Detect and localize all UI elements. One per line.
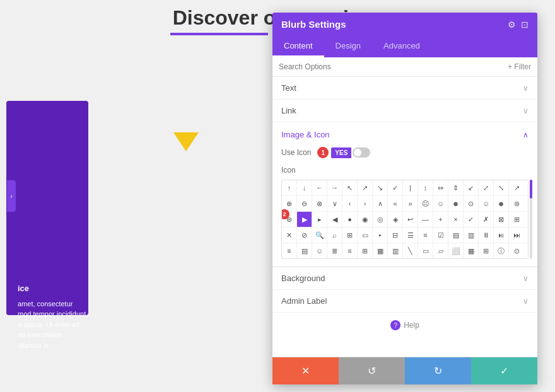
icon-cell[interactable]: ▤ xyxy=(297,243,312,258)
icon-cell[interactable]: ☻ xyxy=(494,196,509,211)
icon-cell[interactable]: ⊞ xyxy=(358,243,373,258)
icon-cell[interactable]: ‹ xyxy=(342,196,358,211)
icon-cell[interactable]: ⇔ xyxy=(433,180,448,195)
icon-cell[interactable]: ▱ xyxy=(433,243,448,258)
icon-cell[interactable]: ⇕ xyxy=(448,180,464,195)
icon-cell[interactable]: ☰ xyxy=(403,228,418,243)
icon-cell[interactable]: ≡ xyxy=(282,243,297,258)
icon-cell[interactable]: ↓ xyxy=(297,180,312,195)
icon-cell[interactable]: ☺ xyxy=(479,196,494,211)
icon-cell[interactable]: ↙ xyxy=(464,180,479,195)
icon-cell[interactable]: ● xyxy=(342,212,358,227)
icon-cell-selected[interactable]: ▶ xyxy=(297,212,312,227)
icon-cell[interactable]: ≡ xyxy=(342,243,358,258)
icon-cell[interactable]: + xyxy=(433,212,448,227)
icon-cell[interactable]: ▦ xyxy=(464,243,479,258)
icon-cell[interactable]: ▭ xyxy=(358,228,373,243)
icon-cell[interactable]: ⊚ xyxy=(509,196,524,211)
icon-cell[interactable]: ▥ xyxy=(464,228,479,243)
icon-cell[interactable]: ◀ xyxy=(327,212,342,227)
icon-cell[interactable]: ↗ xyxy=(509,180,524,195)
search-input[interactable] xyxy=(279,62,503,71)
icon-cell[interactable]: ⊟ xyxy=(388,228,403,243)
icon-cell[interactable]: ≡ xyxy=(418,228,433,243)
icon-cell[interactable]: ⤡ xyxy=(494,180,509,195)
icon-cell[interactable]: → xyxy=(327,180,342,195)
icon-cell[interactable]: ⬜ xyxy=(448,243,464,258)
icon-cell[interactable]: ↘ xyxy=(373,180,388,195)
image-icon-header[interactable]: Image & Icon ∧ xyxy=(281,130,529,139)
icon-cell[interactable]: › xyxy=(358,196,373,211)
toggle-slider[interactable] xyxy=(353,147,370,158)
icon-cell[interactable]: ▥ xyxy=(388,243,403,258)
redo-button[interactable]: ↻ xyxy=(405,357,471,384)
icon-cell[interactable]: ↖ xyxy=(342,180,358,195)
icon-cell[interactable]: ↩ xyxy=(403,212,418,227)
icon-cell[interactable]: ▦ xyxy=(373,243,388,258)
icon-cell[interactable]: ⊗ xyxy=(312,196,327,211)
icon-cell[interactable]: ↗ xyxy=(358,180,373,195)
cancel-button[interactable]: ✕ xyxy=(272,357,339,384)
icon-cell[interactable]: ⊠ xyxy=(494,212,509,227)
icon-cell[interactable]: ▪ xyxy=(373,228,388,243)
icon-cell[interactable]: ⊙ xyxy=(509,243,524,258)
icon-cell[interactable]: ◎ xyxy=(373,212,388,227)
icon-cell[interactable]: | xyxy=(403,180,418,195)
link-section-row[interactable]: Link ∨ xyxy=(272,100,537,122)
icon-cell[interactable]: ∧ xyxy=(373,196,388,211)
icon-cell[interactable]: ▭ xyxy=(418,243,433,258)
expand-icon[interactable]: ⊡ xyxy=(521,20,529,30)
icon-cell[interactable]: ⊞ xyxy=(342,228,358,243)
icon-cell[interactable]: ⌕ xyxy=(327,228,342,243)
icon-cell[interactable]: ⏸ xyxy=(479,228,494,243)
icon-cell[interactable]: ∨ xyxy=(327,196,342,211)
icon-cell-badge2[interactable]: 2 ⊛ xyxy=(282,212,297,227)
settings-icon[interactable]: ⚙ xyxy=(508,20,516,30)
text-section-row[interactable]: Text ∨ xyxy=(272,77,537,100)
icon-cell[interactable]: × xyxy=(448,212,464,227)
admin-label-section-row[interactable]: Admin Label ∨ xyxy=(272,290,537,313)
icon-cell[interactable]: ⊞ xyxy=(479,243,494,258)
tab-advanced[interactable]: Advanced xyxy=(372,36,431,57)
background-section-row[interactable]: Background ∨ xyxy=(272,267,537,290)
icon-cell[interactable]: ⏯ xyxy=(494,228,509,243)
icon-cell[interactable]: ← xyxy=(312,180,327,195)
icon-cell[interactable]: 🔍 xyxy=(312,228,327,243)
use-icon-toggle[interactable]: 1 YES xyxy=(317,147,370,158)
icon-cell[interactable]: ↕ xyxy=(418,180,433,195)
icon-cell[interactable]: ⊖ xyxy=(297,196,312,211)
right-panel-handle[interactable]: › xyxy=(7,180,16,212)
icon-cell[interactable]: ⊞ xyxy=(509,212,524,227)
icon-cell[interactable]: ⊙ xyxy=(464,196,479,211)
help-label[interactable]: Help xyxy=(404,321,419,330)
icon-scrollbar[interactable] xyxy=(530,180,532,259)
toggle-yes[interactable]: YES xyxy=(331,147,351,158)
save-button[interactable]: ✓ xyxy=(471,357,537,384)
icon-cell[interactable]: ⊘ xyxy=(297,228,312,243)
tab-content[interactable]: Content xyxy=(272,36,324,57)
icon-cell[interactable]: ☑ xyxy=(433,228,448,243)
help-icon[interactable]: ? xyxy=(390,320,400,330)
tab-design[interactable]: Design xyxy=(324,36,372,57)
icon-cell[interactable]: ☻ xyxy=(448,196,464,211)
icon-cell[interactable]: « xyxy=(388,196,403,211)
icon-cell[interactable]: ↑ xyxy=(282,180,297,195)
icon-cell[interactable]: — xyxy=(418,212,433,227)
icon-cell[interactable]: ✗ xyxy=(479,212,494,227)
icon-cell[interactable]: ╲ xyxy=(403,243,418,258)
icon-cell[interactable]: ◉ xyxy=(358,212,373,227)
reset-button[interactable]: ↺ xyxy=(339,357,405,384)
icon-cell[interactable]: ▸ xyxy=(312,212,327,227)
icon-cell[interactable]: » xyxy=(403,196,418,211)
icon-cell[interactable]: ☺ xyxy=(433,196,448,211)
filter-button[interactable]: + Filter xyxy=(508,62,531,71)
icon-cell[interactable]: ✓ xyxy=(388,180,403,195)
icon-cell[interactable]: ⓘ xyxy=(494,243,509,258)
icon-cell[interactable]: ◈ xyxy=(388,212,403,227)
icon-cell[interactable]: ☺ xyxy=(312,243,327,258)
icon-cell[interactable]: ⏭ xyxy=(509,228,524,243)
icon-cell[interactable]: ✕ xyxy=(282,228,297,243)
icon-cell[interactable]: ☹ xyxy=(418,196,433,211)
icon-cell[interactable]: ▤ xyxy=(448,228,464,243)
icon-cell[interactable]: ≣ xyxy=(327,243,342,258)
